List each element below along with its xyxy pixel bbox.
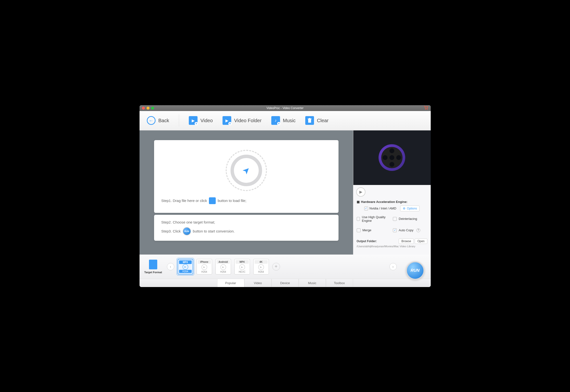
output-path: /Users/abhijithnarjunan/Movies/Mac Video… xyxy=(357,245,427,248)
hq-checkbox[interactable] xyxy=(357,217,360,221)
open-button[interactable]: Open xyxy=(415,238,427,244)
app-window: VideoProc - Video Converter ← Back ▶ Vid… xyxy=(140,105,431,287)
formats-prev-button[interactable]: ‹ xyxy=(167,263,174,270)
sidebar: ▶ ▦ Hardware Acceleration Engine: ✓ Nvid… xyxy=(353,130,431,254)
hw-title: ▦ Hardware Acceleration Engine: xyxy=(357,200,427,204)
nvidia-label: Nvidia / Intel / AMD xyxy=(370,207,396,210)
window-title: VideoProc - Video Converter xyxy=(266,106,303,110)
deinterlace-checkbox[interactable] xyxy=(393,217,397,221)
options-label: Options xyxy=(407,207,417,210)
category-tabs: Popular Video Device Music Toolbox xyxy=(140,279,431,287)
help-icon[interactable]: ? xyxy=(416,228,420,232)
nvidia-checkbox[interactable]: ✓ xyxy=(364,207,368,210)
format-iphone[interactable]: iPhone ▶ H264 xyxy=(197,259,212,274)
clear-label: Clear xyxy=(317,118,329,123)
titlebar: VideoProc - Video Converter xyxy=(140,105,431,111)
tabs-spacer xyxy=(140,279,217,287)
svg-rect-4 xyxy=(309,118,310,119)
autocopy-checkbox[interactable]: ✓ xyxy=(393,228,397,232)
step3-text: Step3. Click RUN button to start convers… xyxy=(161,226,331,237)
tab-popular[interactable]: Popular xyxy=(217,279,244,287)
target-format-icon-group: Target Format xyxy=(144,260,162,274)
step1-b: button to load file; xyxy=(218,198,246,203)
step1-text: Step1. Drag file here or click button to… xyxy=(161,196,247,206)
drop-ring-inner: ➤ xyxy=(231,155,262,186)
autocopy-label: Auto Copy xyxy=(399,228,413,232)
hq-label: Use High Quality Engine xyxy=(362,215,391,223)
fmt-mid-icon: ▶ xyxy=(239,264,245,270)
steps-panel: Step2. Choose one target format; Step3. … xyxy=(154,215,338,241)
formats-next-button[interactable]: › xyxy=(390,263,397,270)
zoom-icon[interactable] xyxy=(151,107,154,110)
traffic-lights xyxy=(142,107,154,110)
step3-a: Step3. Click xyxy=(161,229,181,233)
play-button[interactable]: ▶ xyxy=(356,187,365,196)
fmt-top: Android xyxy=(217,260,230,264)
svg-point-1 xyxy=(427,109,427,109)
close-icon[interactable] xyxy=(142,107,145,110)
format-mp4-h264[interactable]: MP4 ▶ H264 xyxy=(178,259,193,274)
step2-text: Step2. Choose one target format; xyxy=(161,219,331,226)
run-small-icon: RUN xyxy=(183,227,191,235)
folder-label: Video Folder xyxy=(234,118,262,123)
output-label: Output Folder: xyxy=(357,239,377,243)
trash-icon xyxy=(305,116,314,125)
music-label: Music xyxy=(283,118,295,123)
content-area: ➤ Step1. Drag file here or click button … xyxy=(140,130,431,254)
fmt-mid-icon: ▶ xyxy=(201,264,207,270)
fmt-bot: H264 xyxy=(179,270,192,273)
format-android[interactable]: Android ▶ H264 xyxy=(216,259,231,274)
format-bar: Target Format ‹ MP4 ▶ H264 iPhone ▶ H264… xyxy=(140,254,431,279)
fmt-bot: H264 xyxy=(201,271,207,273)
target-format-label: Target Format xyxy=(144,271,162,274)
reel-logo-icon xyxy=(379,144,405,171)
gear-icon: ⚙ xyxy=(403,207,406,210)
upload-arrow-icon: ➤ xyxy=(240,164,252,177)
clear-button[interactable]: Clear xyxy=(305,116,329,125)
add-music-button[interactable]: ♪ Music xyxy=(271,116,295,125)
run-button[interactable]: RUN xyxy=(406,261,424,280)
hw-accel-panel: ▦ Hardware Acceleration Engine: ✓ Nvidia… xyxy=(353,198,431,236)
back-icon: ← xyxy=(147,116,156,125)
separator xyxy=(179,114,179,126)
fmt-mid-icon: ▶ xyxy=(182,264,188,270)
tab-toolbox[interactable]: Toolbox xyxy=(326,279,353,287)
format-list: MP4 ▶ H264 iPhone ▶ H264 Android ▶ H264 … xyxy=(178,259,280,274)
svg-point-0 xyxy=(425,109,426,109)
options-button[interactable]: ⚙ Options xyxy=(400,206,420,211)
output-panel: Output Folder: Browse Open /Users/abhiji… xyxy=(353,236,431,250)
target-format-icon xyxy=(149,260,157,269)
add-folder-button[interactable]: ▶ Video Folder xyxy=(222,116,262,125)
minimize-icon[interactable] xyxy=(146,107,149,110)
fmt-bot: H264 xyxy=(220,271,226,273)
deinterlace-label: Deinterlacing xyxy=(399,217,417,221)
fmt-bot: HEVC xyxy=(239,271,246,273)
drop-ring: ➤ xyxy=(226,150,267,191)
toolbar: ← Back ▶ Video ▶ Video Folder ♪ Music Cl… xyxy=(140,111,431,130)
hw-title-text: Hardware Acceleration Engine: xyxy=(361,200,408,204)
fmt-top: iPhone xyxy=(198,260,211,264)
fmt-top: MP4 xyxy=(236,260,249,264)
browse-button[interactable]: Browse xyxy=(399,238,414,244)
fmt-top: MP4 xyxy=(179,260,192,264)
format-4k[interactable]: 4K ▶ H264 xyxy=(253,259,269,274)
fmt-mid-icon: ▶ xyxy=(220,264,226,270)
drop-zone[interactable]: ➤ Step1. Drag file here or click button … xyxy=(154,140,338,213)
format-mp4-hevc[interactable]: MP4 ▶ HEVC xyxy=(234,259,250,274)
tab-music[interactable]: Music xyxy=(299,279,326,287)
back-button[interactable]: ← Back xyxy=(147,116,169,125)
tab-device[interactable]: Device xyxy=(272,279,299,287)
fmt-bot: H264 xyxy=(258,271,264,273)
fmt-top: 4K xyxy=(255,260,268,264)
chip-icon: ▦ xyxy=(357,200,360,204)
step3-b: button to start conversion. xyxy=(193,229,235,233)
fmt-mid-icon: ▶ xyxy=(258,264,264,270)
tab-video[interactable]: Video xyxy=(244,279,272,287)
cart-icon[interactable] xyxy=(424,106,428,111)
add-video-button[interactable]: ▶ Video xyxy=(189,116,213,125)
main-panel: ➤ Step1. Drag file here or click button … xyxy=(140,130,353,254)
merge-label: Merge xyxy=(363,228,371,232)
add-format-button[interactable]: + xyxy=(272,263,280,271)
merge-checkbox[interactable] xyxy=(357,228,361,232)
music-icon: ♪ xyxy=(271,116,280,125)
